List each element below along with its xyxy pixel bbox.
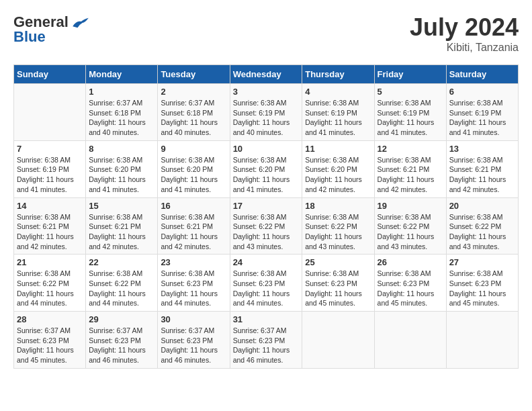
calendar-cell: 21Sunrise: 6:38 AM Sunset: 6:22 PM Dayli… (14, 255, 86, 312)
calendar-week-row: 1Sunrise: 6:37 AM Sunset: 6:18 PM Daylig… (14, 84, 519, 141)
calendar-cell: 12Sunrise: 6:38 AM Sunset: 6:21 PM Dayli… (374, 140, 446, 197)
day-info: Sunrise: 6:38 AM Sunset: 6:22 PM Dayligh… (449, 212, 515, 252)
day-number: 19 (378, 201, 443, 211)
day-info: Sunrise: 6:38 AM Sunset: 6:20 PM Dayligh… (89, 155, 154, 195)
calendar-cell: 5Sunrise: 6:38 AM Sunset: 6:19 PM Daylig… (374, 84, 446, 141)
day-number: 12 (378, 144, 443, 154)
calendar-cell: 14Sunrise: 6:38 AM Sunset: 6:21 PM Dayli… (14, 197, 86, 255)
calendar-cell: 7Sunrise: 6:38 AM Sunset: 6:19 PM Daylig… (14, 140, 86, 197)
day-info: Sunrise: 6:38 AM Sunset: 6:21 PM Dayligh… (449, 155, 515, 195)
day-number: 5 (378, 87, 443, 97)
day-info: Sunrise: 6:38 AM Sunset: 6:22 PM Dayligh… (17, 269, 83, 308)
calendar-header-saturday: Saturday (446, 65, 518, 84)
month-year-title: July 2024 (410, 13, 519, 42)
day-number: 28 (17, 314, 83, 324)
day-info: Sunrise: 6:38 AM Sunset: 6:20 PM Dayligh… (305, 155, 371, 195)
calendar-cell: 4Sunrise: 6:38 AM Sunset: 6:19 PM Daylig… (302, 84, 374, 141)
calendar-cell: 13Sunrise: 6:38 AM Sunset: 6:21 PM Dayli… (446, 140, 518, 197)
calendar-cell: 20Sunrise: 6:38 AM Sunset: 6:22 PM Dayli… (446, 197, 518, 255)
calendar-cell: 11Sunrise: 6:38 AM Sunset: 6:20 PM Dayli… (302, 140, 374, 197)
logo-blue-text: Blue (13, 28, 46, 46)
calendar-cell: 2Sunrise: 6:37 AM Sunset: 6:18 PM Daylig… (158, 84, 230, 141)
day-info: Sunrise: 6:37 AM Sunset: 6:18 PM Dayligh… (89, 98, 154, 138)
calendar-week-row: 21Sunrise: 6:38 AM Sunset: 6:22 PM Dayli… (14, 255, 519, 312)
day-number: 27 (449, 257, 515, 267)
calendar-cell: 6Sunrise: 6:38 AM Sunset: 6:19 PM Daylig… (446, 84, 518, 141)
calendar-cell (14, 84, 86, 141)
calendar-cell: 24Sunrise: 6:38 AM Sunset: 6:23 PM Dayli… (230, 255, 302, 312)
day-info: Sunrise: 6:38 AM Sunset: 6:23 PM Dayligh… (305, 269, 371, 308)
calendar-table: SundayMondayTuesdayWednesdayThursdayFrid… (13, 64, 519, 369)
logo-bird-icon (71, 15, 90, 29)
day-number: 4 (305, 87, 371, 97)
calendar-week-row: 14Sunrise: 6:38 AM Sunset: 6:21 PM Dayli… (14, 197, 519, 255)
day-info: Sunrise: 6:38 AM Sunset: 6:20 PM Dayligh… (233, 155, 300, 195)
calendar-cell: 27Sunrise: 6:38 AM Sunset: 6:23 PM Dayli… (446, 255, 518, 312)
day-number: 2 (161, 87, 226, 97)
day-number: 21 (17, 257, 83, 267)
day-number: 26 (378, 257, 443, 267)
calendar-cell: 1Sunrise: 6:37 AM Sunset: 6:18 PM Daylig… (86, 84, 158, 141)
day-number: 7 (17, 144, 83, 154)
calendar-week-row: 28Sunrise: 6:37 AM Sunset: 6:23 PM Dayli… (14, 312, 519, 369)
day-info: Sunrise: 6:38 AM Sunset: 6:23 PM Dayligh… (449, 269, 515, 308)
day-info: Sunrise: 6:37 AM Sunset: 6:23 PM Dayligh… (89, 326, 154, 365)
day-number: 25 (305, 257, 371, 267)
day-info: Sunrise: 6:38 AM Sunset: 6:22 PM Dayligh… (305, 212, 371, 252)
day-number: 6 (449, 87, 515, 97)
day-number: 9 (161, 144, 226, 154)
calendar-header-wednesday: Wednesday (230, 65, 302, 84)
day-info: Sunrise: 6:37 AM Sunset: 6:18 PM Dayligh… (161, 98, 226, 138)
day-info: Sunrise: 6:37 AM Sunset: 6:23 PM Dayligh… (233, 326, 300, 365)
calendar-header-tuesday: Tuesday (158, 65, 230, 84)
day-info: Sunrise: 6:38 AM Sunset: 6:20 PM Dayligh… (161, 155, 226, 195)
calendar-week-row: 7Sunrise: 6:38 AM Sunset: 6:19 PM Daylig… (14, 140, 519, 197)
day-info: Sunrise: 6:38 AM Sunset: 6:19 PM Dayligh… (17, 155, 83, 195)
day-number: 13 (449, 144, 515, 154)
day-number: 16 (161, 201, 226, 211)
calendar-cell: 8Sunrise: 6:38 AM Sunset: 6:20 PM Daylig… (86, 140, 158, 197)
day-info: Sunrise: 6:37 AM Sunset: 6:23 PM Dayligh… (17, 326, 83, 365)
day-info: Sunrise: 6:38 AM Sunset: 6:21 PM Dayligh… (378, 155, 443, 195)
day-info: Sunrise: 6:38 AM Sunset: 6:21 PM Dayligh… (17, 212, 83, 252)
calendar-cell: 16Sunrise: 6:38 AM Sunset: 6:21 PM Dayli… (158, 197, 230, 255)
calendar-cell: 29Sunrise: 6:37 AM Sunset: 6:23 PM Dayli… (86, 312, 158, 369)
day-info: Sunrise: 6:38 AM Sunset: 6:19 PM Dayligh… (378, 98, 443, 138)
day-info: Sunrise: 6:38 AM Sunset: 6:19 PM Dayligh… (305, 98, 371, 138)
day-info: Sunrise: 6:38 AM Sunset: 6:22 PM Dayligh… (233, 212, 300, 252)
day-info: Sunrise: 6:37 AM Sunset: 6:23 PM Dayligh… (161, 326, 226, 365)
day-number: 3 (233, 87, 300, 97)
day-info: Sunrise: 6:38 AM Sunset: 6:23 PM Dayligh… (161, 269, 226, 308)
day-number: 11 (305, 144, 371, 154)
day-number: 14 (17, 201, 83, 211)
calendar-cell: 25Sunrise: 6:38 AM Sunset: 6:23 PM Dayli… (302, 255, 374, 312)
day-number: 31 (233, 314, 300, 324)
calendar-header-sunday: Sunday (14, 65, 86, 84)
logo: General Blue (13, 13, 90, 46)
calendar-cell: 19Sunrise: 6:38 AM Sunset: 6:22 PM Dayli… (374, 197, 446, 255)
day-number: 18 (305, 201, 371, 211)
day-info: Sunrise: 6:38 AM Sunset: 6:19 PM Dayligh… (449, 98, 515, 138)
location-subtitle: Kibiti, Tanzania (410, 42, 519, 54)
day-info: Sunrise: 6:38 AM Sunset: 6:19 PM Dayligh… (233, 98, 300, 138)
day-number: 17 (233, 201, 300, 211)
calendar-header-row: SundayMondayTuesdayWednesdayThursdayFrid… (14, 65, 519, 84)
day-info: Sunrise: 6:38 AM Sunset: 6:22 PM Dayligh… (378, 212, 443, 252)
calendar-cell: 3Sunrise: 6:38 AM Sunset: 6:19 PM Daylig… (230, 84, 302, 141)
day-info: Sunrise: 6:38 AM Sunset: 6:22 PM Dayligh… (89, 269, 154, 308)
day-info: Sunrise: 6:38 AM Sunset: 6:21 PM Dayligh… (89, 212, 154, 252)
day-number: 20 (449, 201, 515, 211)
calendar-cell: 28Sunrise: 6:37 AM Sunset: 6:23 PM Dayli… (14, 312, 86, 369)
title-section: July 2024 Kibiti, Tanzania (410, 13, 519, 54)
calendar-cell: 15Sunrise: 6:38 AM Sunset: 6:21 PM Dayli… (86, 197, 158, 255)
calendar-cell: 26Sunrise: 6:38 AM Sunset: 6:23 PM Dayli… (374, 255, 446, 312)
calendar-header-friday: Friday (374, 65, 446, 84)
calendar-header-monday: Monday (86, 65, 158, 84)
day-number: 8 (89, 144, 154, 154)
calendar-cell (302, 312, 374, 369)
calendar-cell (374, 312, 446, 369)
day-info: Sunrise: 6:38 AM Sunset: 6:23 PM Dayligh… (233, 269, 300, 308)
calendar-cell: 9Sunrise: 6:38 AM Sunset: 6:20 PM Daylig… (158, 140, 230, 197)
day-number: 15 (89, 201, 154, 211)
calendar-cell: 18Sunrise: 6:38 AM Sunset: 6:22 PM Dayli… (302, 197, 374, 255)
